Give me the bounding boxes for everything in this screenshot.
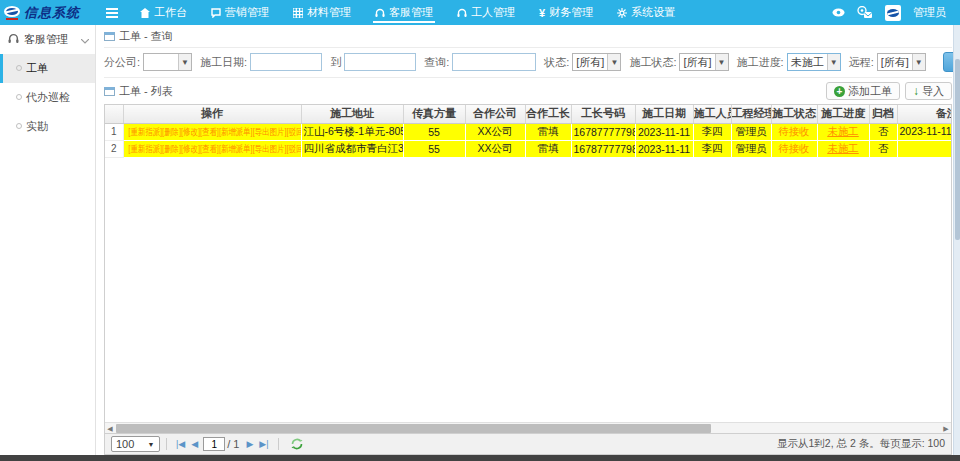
visibility-icon[interactable] xyxy=(832,8,845,17)
cell-manager: 管理员 xyxy=(731,140,771,157)
progress-link[interactable]: 未施工 xyxy=(827,125,859,137)
user-avatar[interactable] xyxy=(885,5,901,21)
col-company[interactable]: 合作公司 xyxy=(465,105,525,123)
list-actions: + 添加工单 ↓ 导入 xyxy=(826,82,952,100)
export-image-link[interactable]: [导出图片] xyxy=(252,143,286,154)
cell-progress: 未施工 xyxy=(817,123,869,140)
import-button[interactable]: ↓ 导入 xyxy=(905,82,952,100)
horizontal-scrollbar[interactable]: ◀ ▶ xyxy=(105,422,951,433)
reassign-link[interactable]: [重新指派] xyxy=(128,126,162,137)
cell-archived: 否 xyxy=(869,140,897,157)
col-remark[interactable]: 备注 xyxy=(897,105,951,123)
page-number-input[interactable] xyxy=(203,437,225,451)
export-image-link[interactable]: [导出图片] xyxy=(252,126,286,137)
col-manager[interactable]: 工程经理 xyxy=(731,105,771,123)
nav-item-settings[interactable]: 系统设置 xyxy=(605,0,687,25)
nav-label: 财务管理 xyxy=(549,5,593,20)
scroll-right-icon[interactable]: ▶ xyxy=(941,424,951,433)
next-page-button[interactable]: ▶ xyxy=(243,439,256,449)
nav-item-marketing[interactable]: 营销管理 xyxy=(199,0,281,25)
table-header-row: 操作 施工地址 传真方量 合作公司 合作工长 工长号码 施工日期 施工人员 工程… xyxy=(105,105,951,123)
refresh-icon[interactable] xyxy=(291,438,303,450)
branch-select[interactable]: ▼ xyxy=(143,53,192,71)
nav-item-materials[interactable]: 材料管理 xyxy=(281,0,363,25)
col-date[interactable]: 施工日期 xyxy=(635,105,693,123)
work-status-select[interactable]: [所有] ▼ xyxy=(679,53,728,71)
page-size-select[interactable]: 100 ▼ xyxy=(111,436,160,452)
nav-item-workbench[interactable]: 工作台 xyxy=(128,0,199,25)
cell-manager: 管理员 xyxy=(731,123,771,140)
col-volume[interactable]: 传真方量 xyxy=(403,105,465,123)
hscroll-thumb[interactable] xyxy=(116,424,711,433)
col-index xyxy=(105,105,123,123)
nav-label: 营销管理 xyxy=(225,5,269,20)
col-phone[interactable]: 工长号码 xyxy=(571,105,635,123)
pager-info-text: 显示从1到2, 总 2 条。每页显示: 100 xyxy=(777,437,945,451)
date-label: 施工日期: xyxy=(200,55,247,70)
logo-globe-icon xyxy=(4,6,21,20)
nav-item-finance[interactable]: ¥ 财务管理 xyxy=(527,0,605,25)
message-notification-icon[interactable] xyxy=(857,6,873,19)
delete-link[interactable]: [删除] xyxy=(162,126,181,137)
cell-status: 待接收 xyxy=(771,140,817,157)
first-page-button[interactable]: |◀ xyxy=(173,439,188,449)
add-work-order-button[interactable]: + 添加工单 xyxy=(826,82,900,100)
hamburger-menu-icon[interactable] xyxy=(96,0,128,25)
plus-icon: + xyxy=(834,86,845,97)
sidebar-item-survey[interactable]: 实勘 xyxy=(0,112,95,141)
edit-link[interactable]: [修改] xyxy=(181,143,200,154)
app-window: 信息系统 工作台 营销管理 材料管理 客服管理 工人管理 xyxy=(0,0,960,461)
nav-label: 客服管理 xyxy=(389,5,433,20)
to-label: 到 xyxy=(330,55,341,70)
cell-archived: 否 xyxy=(869,123,897,140)
sidebar-item-pending-inspection[interactable]: 代办巡检 xyxy=(0,83,95,112)
pager-bar: 100 ▼ |◀ ◀ / 1 ▶ ▶| 显示从1到2, 总 2 条。每页显示: … xyxy=(104,434,952,455)
view-link[interactable]: [查看] xyxy=(199,143,218,154)
col-progress[interactable]: 施工进度 xyxy=(817,105,869,123)
col-archived[interactable]: 归档 xyxy=(869,105,897,123)
date-from-input[interactable] xyxy=(250,53,322,71)
new-dispatch-link[interactable]: [新增派单] xyxy=(218,143,252,154)
cell-remark: 2023-11-11：2023-11-11： xyxy=(897,123,951,140)
nav-item-customer-service[interactable]: 客服管理 xyxy=(363,0,445,25)
delete-link[interactable]: [删除] xyxy=(162,143,181,154)
col-address[interactable]: 施工地址 xyxy=(301,105,403,123)
progress-select[interactable]: 未施工 ▼ xyxy=(787,53,841,71)
reject-link[interactable]: [驳回] xyxy=(286,126,301,137)
remote-select-value: [所有] xyxy=(878,55,912,70)
page-total-label: / 1 xyxy=(227,438,239,450)
vertical-scrollbar[interactable] xyxy=(953,25,960,455)
progress-link[interactable]: 未施工 xyxy=(827,142,859,154)
remote-select[interactable]: [所有] ▼ xyxy=(877,53,926,71)
cell-company: XX公司 xyxy=(465,140,525,157)
table-row[interactable]: 2 [重新指派][删除][修改][查看][新增派单][导出图片][驳回] 四川省… xyxy=(105,140,951,157)
nav-item-workers[interactable]: 工人管理 xyxy=(445,0,527,25)
sidebar-item-work-orders[interactable]: 工单 xyxy=(0,54,95,83)
reassign-link[interactable]: [重新指派] xyxy=(128,143,162,154)
reject-link[interactable]: [驳回] xyxy=(286,143,301,154)
nav-label: 工人管理 xyxy=(471,5,515,20)
cell-worker: 李四 xyxy=(693,140,731,157)
hscroll-track[interactable] xyxy=(115,424,941,433)
col-worker[interactable]: 施工人员 xyxy=(693,105,731,123)
chevron-down-icon: ▼ xyxy=(827,54,840,70)
status-select[interactable]: [所有] ▼ xyxy=(572,53,621,71)
keyword-input[interactable] xyxy=(452,53,536,71)
vscroll-thumb[interactable] xyxy=(955,59,960,240)
new-dispatch-link[interactable]: [新增派单] xyxy=(218,126,252,137)
col-status[interactable]: 施工状态 xyxy=(771,105,817,123)
view-link[interactable]: [查看] xyxy=(199,126,218,137)
col-actions[interactable]: 操作 xyxy=(123,105,301,123)
prev-page-button[interactable]: ◀ xyxy=(188,439,201,449)
progress-select-value: 未施工 xyxy=(788,55,827,70)
date-to-input[interactable] xyxy=(344,53,416,71)
edit-link[interactable]: [修改] xyxy=(181,126,200,137)
col-foreman[interactable]: 合作工长 xyxy=(525,105,571,123)
row-index: 1 xyxy=(105,123,123,140)
nav-label: 系统设置 xyxy=(631,5,675,20)
scroll-left-icon[interactable]: ◀ xyxy=(105,424,115,433)
branch-label: 分公司: xyxy=(104,55,140,70)
sidebar-group-customer-service[interactable]: 客服管理 xyxy=(0,25,95,54)
table-row[interactable]: 1 [重新指派][删除][修改][查看][新增派单][导出图片][驳回] 江山-… xyxy=(105,123,951,140)
last-page-button[interactable]: ▶| xyxy=(256,439,271,449)
